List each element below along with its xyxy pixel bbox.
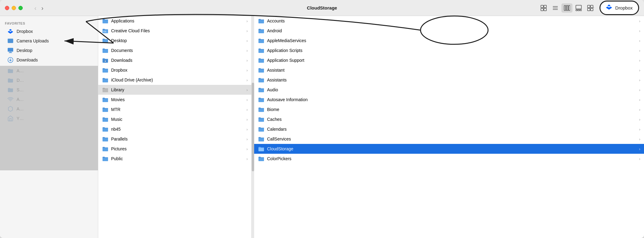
file-item-mtr[interactable]: MTR › (98, 105, 251, 114)
file-item-assistant[interactable]: Assistant › (254, 65, 644, 75)
sidebar-hidden-label-3: S… (17, 87, 24, 92)
chevron-icon: › (639, 48, 640, 53)
file-item-library[interactable]: Library › (98, 85, 251, 95)
sidebar-item-hidden-5[interactable]: A… (2, 104, 95, 113)
sidebar-dropbox-label: Dropbox (17, 29, 33, 34)
file-item-autosave[interactable]: Autosave Information › (254, 95, 644, 105)
file-item-caches[interactable]: Caches › (254, 114, 644, 124)
downloads-icon (7, 57, 14, 63)
folder-icon (258, 126, 265, 132)
file-item-cloudstorage[interactable]: CloudStorage › (254, 144, 644, 154)
dropbox-sidebar-icon (7, 28, 14, 34)
file-column-1: Applications › CC Creative Cloud Files ›… (98, 16, 252, 238)
svg-rect-8 (566, 6, 568, 10)
folder-icon (102, 87, 109, 93)
file-name-app-support: Application Support (267, 58, 637, 63)
file-item-icloud[interactable]: iCloud Drive (Archive) › (98, 75, 251, 85)
file-item-downloads[interactable]: Downloads › (98, 55, 251, 65)
close-button[interactable] (5, 6, 9, 10)
list-view-button[interactable] (550, 3, 561, 13)
file-item-audio[interactable]: Audio › (254, 85, 644, 95)
file-item-desktop[interactable]: Desktop › (98, 36, 251, 46)
chevron-icon: › (246, 29, 248, 33)
file-item-music[interactable]: Music › (98, 114, 251, 124)
file-item-app-scripts[interactable]: Application Scripts › (254, 46, 644, 55)
file-name-app-scripts: Application Scripts (267, 48, 637, 53)
column-view-button[interactable] (561, 3, 572, 13)
file-item-app-support[interactable]: Application Support › (254, 55, 644, 65)
svg-rect-1 (544, 5, 546, 8)
chevron-icon: › (639, 157, 640, 161)
file-item-documents[interactable]: Documents › (98, 46, 251, 55)
chevron-icon: › (639, 19, 640, 23)
file-item-accounts[interactable]: Accounts › (254, 16, 644, 26)
file-name-parallels: Parallels (111, 137, 244, 141)
file-item-nb45[interactable]: nb45 › (98, 124, 251, 134)
svg-rect-21 (10, 52, 12, 53)
dropbox-titlebar-item[interactable]: Dropbox (599, 1, 639, 15)
desktop-icon (7, 47, 14, 54)
titlebar: ‹ › CloudStorage (0, 0, 644, 16)
sidebar-item-hidden-6[interactable]: Y… (2, 114, 95, 123)
more-view-button[interactable] (585, 3, 596, 13)
folder-icon (258, 136, 265, 142)
sidebar-item-desktop[interactable]: Desktop (2, 46, 95, 55)
file-item-movies[interactable]: Movies › (98, 95, 251, 105)
maximize-button[interactable] (18, 6, 23, 10)
forward-button[interactable]: › (40, 4, 45, 12)
file-name-documents: Documents (111, 48, 244, 53)
svg-rect-17 (591, 8, 593, 11)
grid-view-button[interactable] (538, 3, 549, 13)
gallery-view-button[interactable] (573, 3, 584, 13)
folder-icon (258, 146, 265, 152)
folder-icon: CC (102, 28, 109, 34)
file-item-biome[interactable]: Biome › (254, 105, 644, 114)
file-item-apple-media[interactable]: AppleMediaServices › (254, 36, 644, 46)
folder-icon (258, 28, 265, 34)
folder-icon (258, 38, 265, 43)
file-item-parallels[interactable]: Parallels › (98, 134, 251, 144)
file-name-apple-media: AppleMediaServices (267, 38, 637, 43)
file-item-assistants[interactable]: Assistants › (254, 75, 644, 85)
file-name-biome: Biome (267, 107, 637, 112)
file-item-applications[interactable]: Applications › (98, 16, 251, 26)
sidebar-item-hidden-3[interactable]: S… (2, 85, 95, 94)
file-name-nb45: nb45 (111, 127, 244, 132)
back-button[interactable]: ‹ (33, 4, 38, 12)
file-item-creative-cloud[interactable]: CC Creative Cloud Files › (98, 26, 251, 36)
file-item-colorpickers[interactable]: ColorPickers › (254, 154, 644, 164)
chevron-icon: › (639, 127, 640, 132)
chevron-icon: › (639, 88, 640, 92)
sidebar-hidden-label-1: A… (17, 68, 24, 73)
file-item-calendars[interactable]: Calendars › (254, 124, 644, 134)
main-content: Favorites Dropbox Camera Upl (0, 16, 644, 238)
sidebar-item-hidden-4[interactable]: A… (2, 95, 95, 104)
file-name-autosave: Autosave Information (267, 97, 637, 102)
sidebar-item-camera-uploads[interactable]: Camera Uploads (2, 36, 95, 46)
sidebar-item-hidden-1[interactable]: A… (2, 66, 95, 75)
svg-rect-12 (578, 10, 580, 11)
sidebar-item-hidden-2[interactable]: D… (2, 76, 95, 85)
folder-icon (102, 107, 109, 112)
sidebar-item-dropbox[interactable]: Dropbox (2, 27, 95, 36)
file-item-android[interactable]: Android › (254, 26, 644, 36)
file-item-public[interactable]: Public › (98, 154, 251, 164)
folder-icon (258, 18, 265, 24)
sidebar-hidden-label-4: A… (17, 97, 24, 102)
chevron-icon: › (246, 117, 248, 122)
file-item-pictures[interactable]: Pictures › (98, 144, 251, 154)
file-item-callservices[interactable]: CallServices › (254, 134, 644, 144)
file-name-icloud: iCloud Drive (Archive) (111, 77, 244, 82)
dropbox-icon (606, 4, 612, 12)
file-name-audio: Audio (267, 87, 637, 92)
file-name-public: Public (111, 156, 244, 161)
file-item-dropbox[interactable]: Dropbox › (98, 65, 251, 75)
sidebar-item-downloads[interactable]: Downloads (2, 55, 95, 65)
minimize-button[interactable] (12, 6, 16, 10)
folder-icon (102, 18, 109, 24)
svg-rect-10 (576, 5, 581, 9)
folder-icon (258, 156, 265, 161)
chevron-icon: › (639, 58, 640, 63)
chevron-icon: › (246, 48, 248, 53)
file-name-calendars: Calendars (267, 127, 637, 132)
